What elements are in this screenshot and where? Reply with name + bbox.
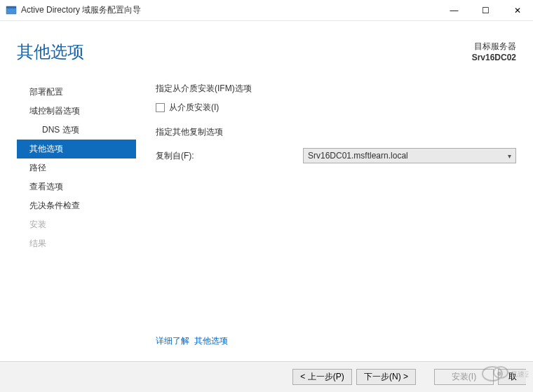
sidebar-item-results: 结果 — [17, 234, 136, 253]
sidebar: 部署配置 域控制器选项 DNS 选项 其他选项 路径 查看选项 先决条件检查 安… — [17, 83, 136, 335]
sidebar-item-deployment-config[interactable]: 部署配置 — [17, 83, 136, 102]
sidebar-item-install: 安装 — [17, 215, 136, 234]
ifm-checkbox-row[interactable]: 从介质安装(I) — [156, 102, 516, 114]
learn-more-link[interactable]: 详细了解 其他选项 — [0, 335, 533, 347]
chevron-down-icon: ▾ — [508, 152, 511, 160]
ifm-checkbox-label: 从介质安装(I) — [169, 102, 219, 114]
titlebar: Active Directory 域服务配置向导 — ☐ ✕ — [0, 0, 533, 21]
content-area: 指定从介质安装(IFM)选项 从介质安装(I) 指定其他复制选项 复制自(F):… — [136, 83, 516, 335]
minimize-button[interactable]: — — [438, 0, 470, 21]
install-button: 安装(I) — [434, 369, 494, 385]
app-icon — [6, 5, 17, 16]
replicate-from-select[interactable]: Srv16DC01.msftlearn.local ▾ — [303, 148, 516, 163]
sidebar-item-dc-options[interactable]: 域控制器选项 — [17, 102, 136, 121]
maximize-button[interactable]: ☐ — [470, 0, 501, 21]
target-server-label: 目标服务器 — [472, 41, 516, 53]
cancel-button[interactable]: 取 — [498, 369, 526, 385]
close-button[interactable]: ✕ — [501, 0, 533, 21]
target-server-value: Srv16DC02 — [472, 53, 516, 62]
replicate-from-label: 复制自(F): — [156, 150, 303, 162]
replicate-from-value: Srv16DC01.msftlearn.local — [308, 151, 408, 161]
window-title: Active Directory 域服务配置向导 — [21, 4, 438, 16]
previous-button[interactable]: < 上一步(P) — [292, 369, 352, 385]
replicate-from-row: 复制自(F): Srv16DC01.msftlearn.local ▾ — [156, 148, 516, 163]
sidebar-item-dns-options[interactable]: DNS 选项 — [17, 121, 136, 140]
header: 其他选项 目标服务器 Srv16DC02 — [0, 21, 533, 63]
sidebar-item-prereq-check[interactable]: 先决条件检查 — [17, 196, 136, 215]
ifm-checkbox[interactable] — [156, 103, 165, 112]
body: 部署配置 域控制器选项 DNS 选项 其他选项 路径 查看选项 先决条件检查 安… — [0, 83, 533, 335]
window-controls: — ☐ ✕ — [438, 0, 533, 21]
svg-rect-1 — [6, 6, 16, 8]
page-heading: 其他选项 — [17, 41, 472, 63]
sidebar-item-additional-options[interactable]: 其他选项 — [17, 140, 136, 158]
learn-more-topic: 其他选项 — [194, 336, 228, 346]
next-button[interactable]: 下一步(N) > — [356, 369, 416, 385]
footer: < 上一步(P) 下一步(N) > 安装(I) 取 — [0, 361, 533, 392]
sidebar-item-review-options[interactable]: 查看选项 — [17, 177, 136, 196]
learn-more-prefix: 详细了解 — [156, 336, 189, 346]
target-server-block: 目标服务器 Srv16DC02 — [472, 41, 516, 62]
replicate-section-label: 指定其他复制选项 — [156, 126, 516, 138]
sidebar-item-paths[interactable]: 路径 — [17, 158, 136, 177]
ifm-section-label: 指定从介质安装(IFM)选项 — [156, 83, 516, 95]
